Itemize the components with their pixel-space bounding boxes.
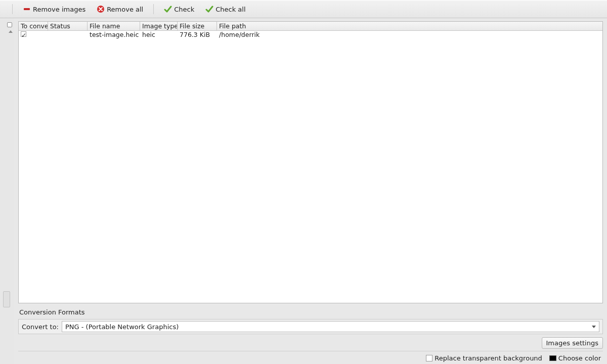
background-options: Replace transparent background Choose co… (18, 353, 603, 364)
table-body[interactable]: ✓ test-image.heic heic 776.3 KiB /home/d… (19, 31, 602, 303)
cell-file-path: /home/derrik (217, 31, 602, 40)
remove-all-label: Remove all (107, 6, 143, 13)
check-button[interactable]: Check (162, 4, 196, 14)
files-table: To convert Status File name Image type F… (18, 21, 603, 303)
convert-to-combobox[interactable]: PNG - (Portable Network Graphics) (62, 321, 599, 332)
svg-rect-0 (24, 8, 30, 10)
checkbox-icon[interactable] (426, 355, 432, 361)
gutter-box-icon (7, 22, 12, 27)
col-file-size[interactable]: File size (178, 22, 217, 30)
pane-handle[interactable] (3, 291, 10, 307)
remove-images-button[interactable]: Remove images (21, 4, 88, 14)
col-file-path[interactable]: File path (217, 22, 602, 30)
conversion-formats-title: Conversion Formats (18, 303, 603, 319)
col-file-name[interactable]: File name (88, 22, 140, 30)
replace-bg-option[interactable]: Replace transparent background (426, 354, 542, 362)
convert-to-row: Convert to: PNG - (Portable Network Grap… (18, 319, 603, 334)
convert-to-value: PNG - (Portable Network Graphics) (65, 323, 179, 331)
check-label: Check (174, 6, 194, 13)
toolbar: Remove images Remove all Check Check all (0, 0, 607, 18)
cell-status (48, 31, 88, 40)
replace-bg-label: Replace transparent background (435, 354, 542, 362)
check-all-icon (205, 5, 213, 13)
close-circle-icon (97, 5, 105, 13)
check-all-button[interactable]: Check all (203, 4, 247, 14)
color-swatch-icon[interactable] (549, 355, 556, 361)
col-image-type[interactable]: Image type (140, 22, 178, 30)
images-settings-button[interactable]: Images settings (542, 337, 603, 349)
toolbar-separator (153, 4, 154, 14)
choose-color-option[interactable]: Choose color (549, 354, 601, 362)
convert-to-label: Convert to: (22, 323, 59, 331)
col-to-convert[interactable]: To convert (19, 22, 48, 30)
table-row[interactable]: ✓ test-image.heic heic 776.3 KiB /home/d… (19, 31, 602, 40)
checkmark-icon[interactable]: ✓ (21, 31, 26, 37)
cell-file-name: test-image.heic (88, 31, 140, 40)
minus-icon (23, 5, 31, 13)
remove-all-button[interactable]: Remove all (95, 4, 145, 14)
remove-images-label: Remove images (33, 6, 85, 13)
arrow-up-icon (9, 30, 13, 33)
check-icon (164, 5, 172, 13)
choose-color-label: Choose color (558, 354, 601, 362)
table-header: To convert Status File name Image type F… (19, 22, 602, 31)
cell-image-type: heic (140, 31, 178, 40)
chevron-down-icon (592, 326, 596, 328)
toolbar-separator (12, 4, 13, 14)
cell-file-size: 776.3 KiB (178, 31, 217, 40)
cell-to-convert[interactable]: ✓ (19, 31, 48, 40)
separator (18, 351, 603, 351)
check-all-label: Check all (215, 6, 245, 13)
left-sidebar-stub (0, 18, 14, 364)
col-status[interactable]: Status (48, 22, 88, 30)
